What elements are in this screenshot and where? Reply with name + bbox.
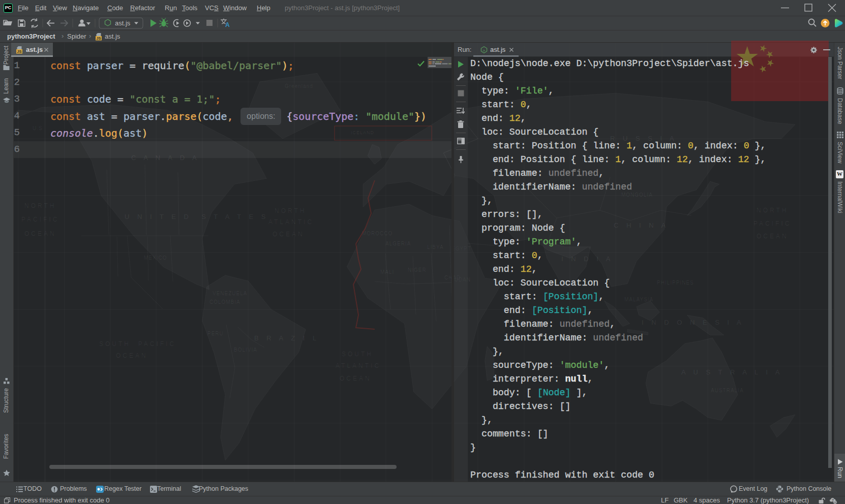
svg-text:js: js xyxy=(482,49,485,52)
svg-text:?: ? xyxy=(832,498,834,502)
svg-text:JS: JS xyxy=(96,36,101,41)
svg-text:JS: JS xyxy=(17,49,21,54)
svg-text:ast.js: ast.js xyxy=(115,19,131,27)
svg-text:A: A xyxy=(225,21,230,28)
